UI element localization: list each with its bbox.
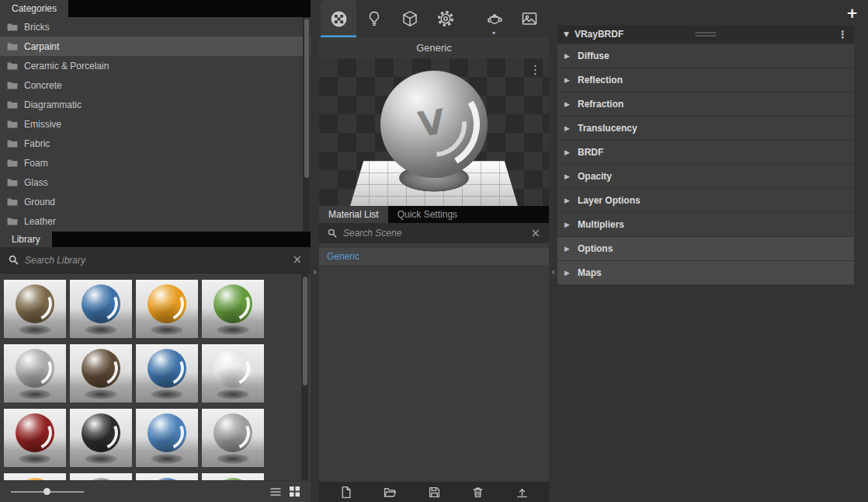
expand-icon: ▶ [564,221,571,228]
grid-view-button[interactable] [290,486,300,497]
material-swatch[interactable] [70,280,132,338]
material-swatch[interactable] [202,280,264,338]
section-row[interactable]: ▶ Layer Options [557,189,854,212]
material-swatch[interactable] [70,409,132,467]
asset-toolbar: ▾ [319,0,549,37]
material-swatch[interactable] [136,280,198,338]
clear-search-icon[interactable]: × [292,254,302,266]
swatch-sphere [214,478,252,480]
material-swatch[interactable] [4,280,66,338]
materials-tool-button[interactable] [321,0,356,37]
category-row[interactable]: Fabric [0,134,311,153]
thumbnail-size-slider[interactable] [11,486,84,497]
section-row[interactable]: ▶ Reflection [557,68,854,92]
category-row[interactable]: Emissive [0,114,311,134]
category-row[interactable]: Foam [0,153,311,173]
asset-actions-bar [319,482,549,502]
material-swatch[interactable] [70,344,132,403]
vraybrdf-header[interactable]: ▼ VRayBRDF ⋮ [557,26,854,43]
asset-tab[interactable]: Quick Settings [388,206,467,223]
section-label: Options [578,243,613,254]
category-label: Fabric [24,138,50,149]
trash-icon [471,486,484,499]
categories-scrollbar[interactable] [303,17,310,232]
material-swatch[interactable] [4,409,66,467]
expand-icon: ▶ [564,197,571,204]
section-row[interactable]: ▶ Translucency [557,117,854,140]
gear-icon [436,9,455,28]
asset-panel: ▾ Generic V ⋮ Material List [319,0,549,502]
material-swatch[interactable] [136,409,198,467]
preview-sphere: V [380,71,488,178]
asset-tab[interactable]: Material List [319,206,388,223]
category-row[interactable]: Ceramic & Porcelain [0,56,311,75]
swatch-sphere [148,284,186,323]
material-preview: V ⋮ [319,58,549,206]
save-button[interactable] [428,486,441,499]
category-row[interactable]: Ground [0,192,311,211]
section-row[interactable]: ▶ Opacity [557,165,854,188]
section-row[interactable]: ▶ Maps [557,261,854,284]
category-row[interactable]: Leather [0,211,311,231]
render-tool-button[interactable] [512,0,547,37]
material-swatch[interactable] [202,344,264,403]
settings-tool-button[interactable] [428,0,464,37]
section-row[interactable]: ▶ Refraction [557,92,854,116]
preview-menu-icon[interactable]: ⋮ [529,63,541,77]
clear-search-icon[interactable]: × [530,228,540,239]
import-button[interactable] [516,486,529,499]
list-view-button[interactable] [270,487,281,497]
open-button[interactable] [384,486,397,499]
tab-categories[interactable]: Categories [0,0,68,17]
expand-icon: ▶ [564,77,571,84]
section-row[interactable]: ▶ Multipliers [557,213,854,236]
delete-button[interactable] [471,486,484,499]
material-swatch[interactable] [136,344,198,403]
drag-handle-icon[interactable] [696,33,717,37]
parameters-panel: + ▼ VRayBRDF ⋮ ▶ Diffuse ▶ Reflection [557,0,868,502]
swatch-shadow [85,389,117,399]
parameter-sections: ▶ Diffuse ▶ Reflection ▶ Refraction ▶ Tr… [557,44,854,284]
category-row[interactable]: Glass [0,173,311,192]
geometry-tool-button[interactable] [392,0,428,37]
section-row[interactable]: ▶ Options [557,237,854,260]
material-swatch[interactable] [70,473,132,480]
material-swatch[interactable] [202,473,264,480]
section-label: Maps [578,267,602,278]
render-assets-tool-button[interactable]: ▾ [476,0,512,37]
swatch-sphere [16,478,54,480]
tab-library[interactable]: Library [0,232,52,247]
section-label: Refraction [578,99,623,110]
material-swatch[interactable] [136,473,198,480]
section-row[interactable]: ▶ BRDF [557,141,854,164]
library-scrollbar[interactable] [301,274,308,480]
vray-logo: V [415,101,447,144]
library-search-input[interactable] [25,255,286,266]
right-panel-collapse-handle[interactable]: ‹ [549,0,557,502]
left-panel-collapse-handle[interactable]: › [311,0,319,502]
chevron-left-icon: ‹ [551,266,555,277]
lights-tool-button[interactable] [356,0,392,37]
category-row[interactable]: Diagrammatic [0,95,311,114]
scrollbar-thumb[interactable] [303,277,307,385]
material-list-item[interactable]: Generic [319,248,549,265]
new-material-button[interactable] [339,486,352,499]
category-row[interactable]: Concrete [0,75,311,95]
category-label: Leather [24,216,56,227]
scrollbar-thumb[interactable] [304,19,309,178]
layer-menu-icon[interactable]: ⋮ [838,29,848,40]
scene-search-input[interactable] [343,228,524,239]
material-swatch[interactable] [4,473,66,480]
swatch-shadow [151,454,183,464]
add-layer-button[interactable]: + [846,6,858,20]
folder-icon [7,217,18,225]
swatch-sphere [214,349,252,388]
swatch-shadow [217,454,249,464]
section-row[interactable]: ▶ Diffuse [557,44,854,68]
category-row[interactable]: Carpaint [0,37,311,56]
material-swatch[interactable] [202,409,264,467]
material-swatch[interactable] [4,344,66,403]
category-row[interactable]: Bricks [0,17,311,37]
swatch-sphere [214,413,252,452]
slider-knob[interactable] [43,488,50,495]
